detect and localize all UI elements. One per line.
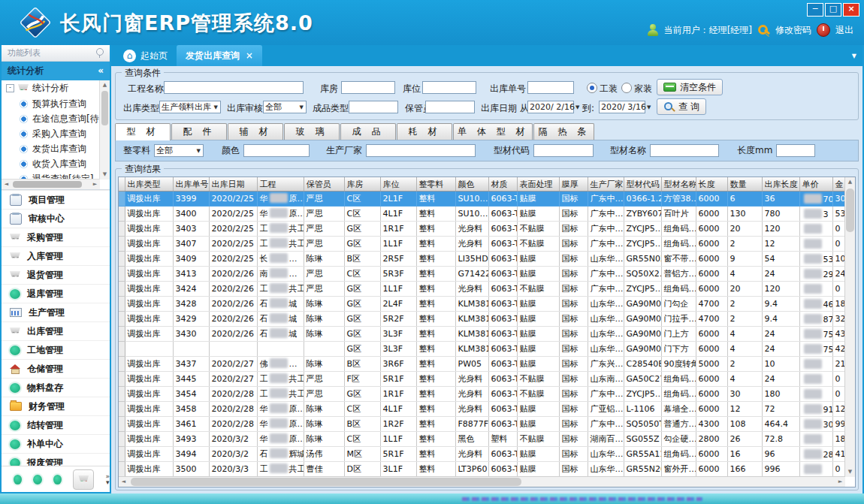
warehouse-input[interactable] bbox=[341, 81, 395, 94]
date-to-select[interactable]: 2020/ 3/16▼ bbox=[599, 101, 645, 113]
column-header[interactable]: 库位 bbox=[380, 177, 416, 192]
table-row[interactable]: 调拨出库34942020/3/2石辉城汤伟M区5R1F整料光身料6063-T5贴… bbox=[119, 447, 845, 462]
sidebar-item[interactable]: 财务管理 bbox=[2, 397, 110, 415]
vertical-scrollbar[interactable]: ▲ ▼ bbox=[844, 177, 855, 477]
minimize-button[interactable]: − bbox=[807, 3, 823, 17]
table-row[interactable]: 调拨出库34302020/2/26石城陈琳G区3L3F整料KLM38176063… bbox=[119, 327, 845, 342]
keeper-input[interactable] bbox=[425, 101, 475, 113]
sidebar-section-header[interactable]: 统计分析 « bbox=[2, 62, 110, 80]
collapse-icon[interactable]: « bbox=[98, 62, 104, 80]
sidebar-item[interactable]: 补单中心 bbox=[2, 434, 110, 453]
column-header[interactable]: 工程 bbox=[257, 177, 304, 192]
sidebar-item[interactable]: 退库管理 bbox=[2, 284, 110, 303]
radio-jiazhuang[interactable]: 家装 bbox=[621, 83, 652, 95]
table-row[interactable]: 调拨出库34542020/2/28工共工程严思G区1R1F整料光身料6063-T… bbox=[119, 387, 845, 402]
table-row[interactable]: 调拨出库34072020/2/25工共工程严思G区1L1F整料光身料6063-T… bbox=[119, 237, 845, 252]
table-row[interactable]: 调拨出库35002020/3/3工共工程曹佳D区3L1F整料LT3P606063… bbox=[119, 462, 845, 477]
scroll-right-icon[interactable]: ► bbox=[90, 180, 100, 189]
sidebar-item[interactable]: 生产管理 bbox=[2, 303, 110, 321]
product-type-input[interactable] bbox=[349, 101, 398, 113]
scroll-up-icon[interactable]: ▲ bbox=[100, 80, 110, 90]
close-button[interactable]: × bbox=[843, 3, 859, 17]
sidebar-item[interactable]: 退货管理 bbox=[2, 265, 110, 284]
material-tab[interactable]: 隔 热 条 bbox=[533, 123, 594, 140]
table-row[interactable]: G区3L3F整料KLM38176063-T5贴膜国标山东华…GA90M09.门下… bbox=[119, 342, 845, 357]
logout-link[interactable]: 退出 bbox=[835, 24, 853, 37]
column-header[interactable]: 型材代码 bbox=[624, 177, 661, 192]
maximize-button[interactable]: □ bbox=[825, 3, 841, 17]
table-row[interactable]: 调拨出库34452020/2/27工共工程严思F区5R1F整料光身料6063-T… bbox=[119, 372, 845, 387]
column-header[interactable]: 材质 bbox=[488, 177, 517, 192]
sidebar-item[interactable]: 物料盘存 bbox=[2, 378, 110, 397]
scroll-up-icon[interactable]: ▲ bbox=[845, 177, 855, 187]
tab-shipment-outbound-query[interactable]: 发货出库查询 × bbox=[177, 45, 262, 66]
table-row[interactable]: 调拨出库34612020/2/28华原…陈琳B区1R2F整料F8877FT606… bbox=[119, 417, 845, 432]
change-password-link[interactable]: 修改密码 bbox=[775, 24, 811, 37]
table-row[interactable]: 调拨出库34932020/3/2华原…陈琳C区1L1F整料黑色塑料不贴膜国标湖南… bbox=[119, 432, 845, 447]
maker-input[interactable] bbox=[366, 144, 476, 157]
column-header[interactable]: 型材名称 bbox=[661, 177, 696, 192]
sidebar-item[interactable]: 审核中心 bbox=[2, 209, 110, 228]
table-row[interactable]: 调拨出库34582020/2/28华原…陈琳C区4L1F整料光身料6063-T5… bbox=[119, 402, 845, 417]
scroll-thumb[interactable] bbox=[131, 478, 521, 486]
module-dot-icon[interactable] bbox=[53, 475, 62, 484]
table-row[interactable]: 调拨出库34092020/2/25长…陈琳B区2R5F整料LI35HD6063-… bbox=[119, 252, 845, 267]
tab-start-page[interactable]: ⌂ 起始页 bbox=[114, 45, 177, 66]
sidebar-item[interactable]: 工地管理 bbox=[2, 340, 110, 359]
sidebar-item[interactable]: 出库管理 bbox=[2, 321, 110, 340]
scroll-right-icon[interactable]: ► bbox=[835, 477, 845, 487]
column-header[interactable]: 单价 bbox=[799, 177, 832, 192]
tree-root[interactable]: - 统计分析 bbox=[2, 80, 100, 96]
out-type-select[interactable]: 生产领料出库▼ bbox=[159, 101, 221, 113]
column-header[interactable]: 出库单号 bbox=[173, 177, 209, 192]
sidebar-item[interactable]: 入库管理 bbox=[2, 246, 110, 265]
column-header[interactable]: 整零料 bbox=[416, 177, 455, 192]
column-header[interactable]: 数量 bbox=[727, 177, 762, 192]
material-tab[interactable]: 单 体 型 材 bbox=[453, 123, 533, 140]
table-row[interactable]: 调拨出库34132020/2/26南…严思C区5R3F整料G714226063-… bbox=[119, 267, 845, 282]
tree-item[interactable]: 收货入库查询 bbox=[2, 156, 100, 171]
scroll-thumb[interactable] bbox=[846, 189, 854, 232]
material-tab[interactable]: 玻 璃 bbox=[284, 123, 340, 140]
table-row[interactable]: 调拨出库34282020/2/26石城陈琳G区2L4F整料KLM38176063… bbox=[119, 297, 845, 312]
expander-icon[interactable]: - bbox=[6, 84, 14, 92]
module-dot-icon[interactable] bbox=[33, 475, 41, 484]
tree-item[interactable]: 预算执行查询 bbox=[2, 96, 100, 111]
length-input[interactable] bbox=[776, 144, 815, 157]
material-tab[interactable]: 辅 材 bbox=[228, 123, 283, 140]
tab-overflow-icon[interactable]: ▼ bbox=[852, 53, 856, 59]
scroll-thumb[interactable] bbox=[101, 91, 108, 125]
column-header[interactable]: 出库日期 bbox=[209, 177, 257, 192]
horizontal-scrollbar[interactable]: ◄ ► bbox=[119, 476, 845, 487]
table-row[interactable]: 调拨出库34372020/2/27佛…陈琳B区3R6F整料PW056063-T5… bbox=[119, 357, 845, 372]
tree-item[interactable]: 采购入库查询 bbox=[2, 126, 100, 141]
scroll-left-icon[interactable]: ◄ bbox=[2, 180, 11, 189]
table-row[interactable]: 调拨出库34002020/2/25华原…严思C区4L1F整料SU10…6063-… bbox=[119, 207, 845, 222]
material-tab[interactable]: 型 材 bbox=[115, 123, 171, 140]
name-input[interactable] bbox=[650, 144, 719, 157]
column-header[interactable]: 膜厚 bbox=[559, 177, 588, 192]
pin-icon[interactable] bbox=[96, 48, 104, 56]
module-dot-icon[interactable] bbox=[14, 475, 22, 484]
scroll-thumb[interactable] bbox=[13, 181, 82, 188]
cart-module-button[interactable] bbox=[73, 469, 94, 490]
code-input[interactable] bbox=[533, 144, 594, 157]
material-tab[interactable]: 耗 材 bbox=[397, 123, 452, 140]
sidebar-item[interactable]: 项目管理 bbox=[2, 190, 110, 209]
column-header[interactable]: 出库长度 bbox=[762, 177, 799, 192]
table-row[interactable]: 调拨出库33992020/2/25华原…严思C区2L1F整料SU10…6063-… bbox=[119, 192, 845, 207]
clear-conditions-button[interactable]: 清空条件 bbox=[657, 79, 723, 95]
material-tab[interactable]: 配 件 bbox=[171, 123, 227, 140]
project-name-input[interactable] bbox=[164, 81, 304, 94]
color-input[interactable] bbox=[243, 144, 310, 157]
column-header[interactable]: 生产厂家 bbox=[588, 177, 624, 192]
tree-horizontal-scrollbar[interactable]: ◄ ► bbox=[2, 179, 100, 189]
tree-vertical-scrollbar[interactable]: ▲ ▼ bbox=[99, 80, 110, 180]
more-modules-button[interactable]: » ▾ bbox=[105, 473, 110, 485]
tab-close-icon[interactable]: × bbox=[246, 50, 253, 61]
column-header[interactable]: 出库类型 bbox=[125, 177, 173, 192]
column-header[interactable]: 库房 bbox=[344, 177, 380, 192]
scroll-down-icon[interactable]: ▼ bbox=[100, 170, 110, 180]
sidebar-item[interactable]: 仓储管理 bbox=[2, 359, 110, 378]
column-header[interactable]: 长度 bbox=[696, 177, 727, 192]
